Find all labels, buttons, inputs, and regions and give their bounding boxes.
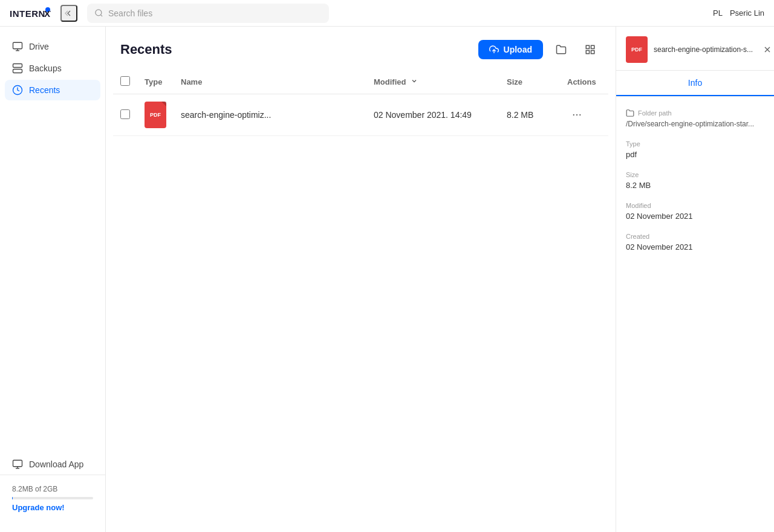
- search-bar: [87, 4, 329, 23]
- select-all-checkbox[interactable]: [120, 76, 130, 86]
- svg-point-22: [576, 114, 577, 115]
- sidebar-item-label: Download App: [29, 459, 83, 469]
- info-panel: PDF search-engine-optimization-s... Info…: [616, 27, 774, 532]
- svg-rect-9: [13, 70, 22, 73]
- col-header-modified[interactable]: Modified: [366, 70, 499, 94]
- sort-icon: [411, 77, 418, 85]
- svg-rect-18: [591, 45, 594, 48]
- row-name-cell: search-engine-optimiz...: [174, 94, 366, 136]
- svg-text:XT: XT: [44, 8, 51, 19]
- info-value-folder-path: /Drive/search-engine-optimization-star..…: [626, 120, 764, 128]
- upload-icon: [489, 45, 499, 54]
- col-header-size: Size: [499, 70, 560, 94]
- svg-point-23: [579, 114, 580, 115]
- info-panel-close-button[interactable]: [759, 41, 774, 58]
- sidebar-item-label: Recents: [29, 85, 60, 95]
- download-app-icon: [12, 459, 23, 470]
- table-body: PDF search-engine-optimiz... 02 November…: [113, 94, 608, 136]
- folder-view-button[interactable]: [550, 39, 572, 60]
- info-label-size: Size: [626, 171, 764, 178]
- sidebar-collapse-button[interactable]: [60, 5, 77, 22]
- recents-icon: [12, 85, 23, 96]
- svg-rect-8: [13, 64, 22, 68]
- info-panel-header: PDF search-engine-optimization-s...: [616, 27, 774, 71]
- svg-line-4: [100, 15, 102, 16]
- info-value-created: 02 November 2021: [626, 242, 764, 251]
- svg-text:INTERN: INTERN: [10, 8, 45, 19]
- table-row: PDF search-engine-optimiz... 02 November…: [113, 94, 608, 136]
- row-actions-cell: [560, 94, 608, 136]
- storage-fill: [12, 497, 13, 499]
- info-panel-file-name: search-engine-optimization-s...: [654, 45, 753, 54]
- content-area: Recents Upload Ty: [106, 27, 616, 532]
- svg-rect-19: [586, 51, 589, 54]
- language-label: PL: [713, 8, 723, 18]
- svg-rect-17: [586, 45, 589, 48]
- grid-view-button[interactable]: [579, 39, 601, 60]
- upload-button[interactable]: Upload: [478, 40, 543, 59]
- topbar-right: PL Pseric Lin: [713, 8, 764, 18]
- folder-icon: [556, 44, 567, 55]
- info-row-created: Created 02 November 2021: [626, 233, 764, 251]
- logo: INTERN XT: [10, 7, 51, 20]
- info-label-type: Type: [626, 140, 764, 148]
- svg-point-21: [573, 114, 574, 115]
- user-label: Pseric Lin: [730, 8, 764, 18]
- sidebar-bottom: 8.2MB of 2GB Upgrade now!: [0, 475, 105, 522]
- sidebar-item-label: Drive: [29, 42, 49, 51]
- chevron-left-icon: [64, 8, 74, 18]
- file-table: Type Name Modified Size: [113, 70, 608, 136]
- sidebar-item-label: Backups: [29, 63, 62, 73]
- col-header-check: [113, 70, 137, 94]
- row-type-cell: PDF: [137, 94, 174, 136]
- backups-icon: [12, 63, 23, 74]
- info-label-created: Created: [626, 233, 764, 240]
- svg-point-3: [96, 10, 102, 16]
- info-tabs: Info: [616, 71, 774, 97]
- main-layout: Drive Backups Recents Download App: [0, 27, 774, 532]
- svg-rect-20: [591, 51, 594, 54]
- tab-info[interactable]: Info: [616, 71, 774, 96]
- sort-arrow-icon: [411, 77, 418, 85]
- storage-bar: [12, 497, 93, 499]
- svg-rect-5: [13, 42, 22, 49]
- more-dots-icon: [571, 109, 582, 120]
- close-icon: [763, 45, 772, 54]
- info-row-modified: Modified 02 November 2021: [626, 202, 764, 221]
- info-body: Folder path /Drive/search-engine-optimiz…: [616, 97, 774, 264]
- row-modified-cell: 02 November 2021. 14:49: [366, 94, 499, 136]
- search-input[interactable]: [108, 8, 322, 18]
- info-panel-header-content: PDF search-engine-optimization-s...: [626, 36, 774, 70]
- drive-icon: [12, 41, 23, 52]
- info-panel-file-icon: PDF: [626, 36, 648, 63]
- content-header: Recents Upload: [106, 27, 616, 70]
- svg-rect-13: [13, 460, 22, 467]
- info-row-size: Size 8.2 MB: [626, 171, 764, 190]
- pdf-file-icon: PDF: [145, 102, 166, 128]
- sidebar-item-recents[interactable]: Recents: [5, 80, 100, 100]
- info-row-type: Type pdf: [626, 140, 764, 159]
- sidebar-item-drive[interactable]: Drive: [5, 36, 100, 57]
- table-header: Type Name Modified Size: [113, 70, 608, 94]
- row-checkbox[interactable]: [120, 109, 130, 119]
- col-header-name: Name: [174, 70, 366, 94]
- info-value-modified: 02 November 2021: [626, 212, 764, 221]
- search-icon: [94, 8, 103, 18]
- info-row-folder-path: Folder path /Drive/search-engine-optimiz…: [626, 109, 764, 128]
- row-check-cell: [113, 94, 137, 136]
- info-value-size: 8.2 MB: [626, 181, 764, 190]
- topbar: INTERN XT PL Pseric Lin: [0, 0, 774, 27]
- col-header-type: Type: [137, 70, 174, 94]
- sidebar-nav: Drive Backups Recents Download App: [0, 36, 105, 475]
- sidebar-item-backups[interactable]: Backups: [5, 58, 100, 79]
- info-label-modified: Modified: [626, 202, 764, 209]
- sidebar-item-download-app[interactable]: Download App: [5, 454, 100, 475]
- info-label-folder-path: Folder path: [638, 109, 672, 117]
- row-actions-button[interactable]: [567, 105, 587, 125]
- upgrade-button[interactable]: Upgrade now!: [12, 503, 65, 512]
- logo-svg: INTERN XT: [10, 7, 51, 20]
- row-size-cell: 8.2 MB: [499, 94, 560, 136]
- info-value-type: pdf: [626, 150, 764, 159]
- col-header-actions: Actions: [560, 70, 608, 94]
- folder-path-icon: [626, 109, 634, 117]
